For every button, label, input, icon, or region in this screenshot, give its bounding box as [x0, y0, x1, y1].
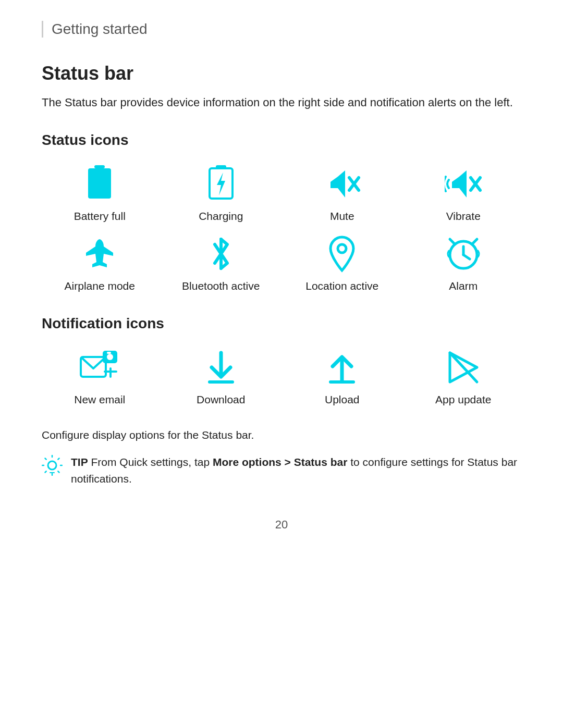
svg-marker-10: [459, 170, 467, 198]
svg-line-39: [45, 471, 46, 472]
location-icon: [321, 233, 363, 275]
svg-marker-5: [331, 177, 338, 188]
breadcrumb-text: Getting started: [52, 21, 148, 37]
svg-line-37: [58, 471, 59, 472]
tip-box: TIP From Quick settings, tap More option…: [42, 454, 521, 487]
upload-label: Upload: [325, 393, 360, 406]
list-item: Battery full: [42, 163, 158, 223]
list-item: Vibrate: [406, 163, 522, 223]
svg-point-31: [48, 461, 56, 470]
list-item: Bluetooth active: [163, 233, 279, 292]
download-icon: [200, 347, 242, 388]
list-item: Charging: [163, 163, 279, 223]
vibrate-label: Vibrate: [446, 210, 481, 223]
svg-rect-23: [107, 352, 111, 354]
tip-text: TIP From Quick settings, tap More option…: [71, 454, 521, 487]
battery-full-label: Battery full: [74, 210, 126, 223]
notification-icons-grid: New email Download Upload: [42, 347, 521, 406]
svg-marker-9: [452, 177, 459, 188]
page-number: 20: [42, 518, 521, 532]
download-label: Download: [197, 393, 245, 406]
page-title: Status bar: [42, 63, 521, 84]
status-icons-subtitle: Status icons: [42, 132, 521, 149]
svg-line-38: [58, 459, 59, 460]
alarm-label: Alarm: [449, 280, 478, 292]
bluetooth-icon: [200, 233, 242, 275]
charging-icon: [200, 163, 242, 205]
new-email-icon: [79, 347, 120, 388]
mute-label: Mute: [330, 210, 354, 223]
svg-line-36: [45, 459, 46, 460]
bluetooth-label: Bluetooth active: [182, 280, 260, 292]
airplane-icon: [79, 233, 120, 275]
upload-icon: [321, 347, 363, 388]
location-label: Location active: [305, 280, 378, 292]
list-item: Mute: [284, 163, 400, 223]
status-icons-grid: Battery full Charging Mute: [42, 163, 521, 292]
list-item: New email: [42, 347, 158, 406]
list-item: Upload: [284, 347, 400, 406]
new-email-label: New email: [74, 393, 125, 406]
app-update-icon: [443, 347, 484, 388]
svg-line-19: [473, 239, 477, 243]
app-update-label: App update: [435, 393, 491, 406]
svg-line-17: [463, 255, 470, 259]
section-description: The Status bar provides device informati…: [42, 94, 521, 111]
tip-label: TIP: [71, 456, 88, 468]
svg-rect-0: [94, 165, 105, 168]
configure-text: Configure display options for the Status…: [42, 429, 521, 441]
svg-rect-1: [88, 168, 111, 199]
battery-full-icon: [79, 163, 120, 205]
svg-line-18: [450, 239, 454, 243]
mute-icon: [321, 163, 363, 205]
tip-bold: More options > Status bar: [213, 456, 347, 468]
breadcrumb: Getting started: [42, 21, 521, 38]
tip-icon: [42, 455, 63, 476]
svg-marker-6: [338, 170, 345, 198]
airplane-label: Airplane mode: [65, 280, 135, 292]
list-item: Alarm: [406, 233, 522, 292]
tip-intro: From Quick settings, tap: [88, 456, 213, 468]
list-item: Location active: [284, 233, 400, 292]
svg-line-30: [450, 353, 477, 382]
svg-point-14: [338, 244, 346, 253]
list-item: Download: [163, 347, 279, 406]
svg-marker-4: [217, 172, 225, 195]
list-item: App update: [406, 347, 522, 406]
charging-label: Charging: [199, 210, 243, 223]
alarm-icon: [443, 233, 484, 275]
notification-icons-subtitle: Notification icons: [42, 315, 521, 332]
vibrate-icon: [443, 163, 484, 205]
svg-point-22: [107, 354, 113, 360]
list-item: Airplane mode: [42, 233, 158, 292]
